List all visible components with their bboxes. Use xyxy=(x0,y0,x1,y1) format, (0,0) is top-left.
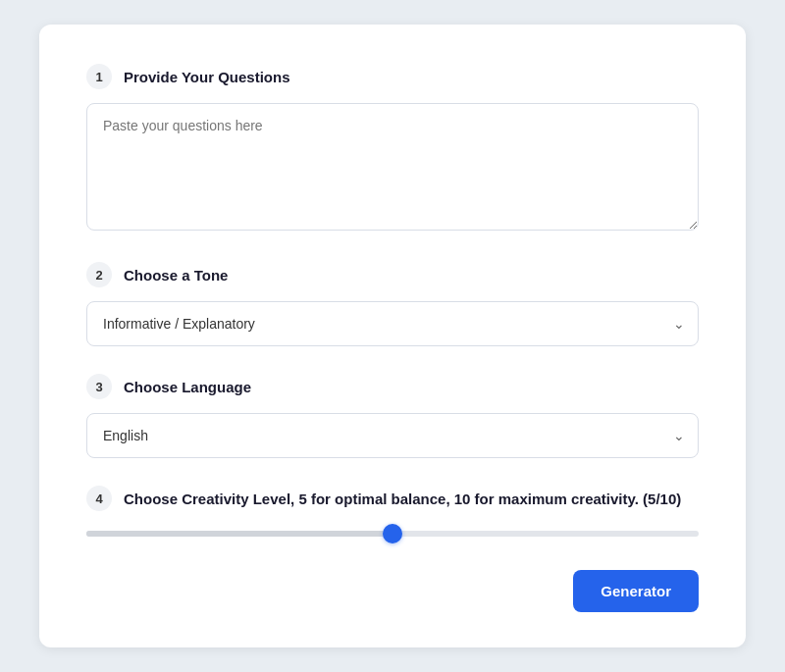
main-card: 1 Provide Your Questions 2 Choose a Tone… xyxy=(39,25,746,647)
section-title-3: Choose Language xyxy=(124,379,251,395)
step-number-4: 4 xyxy=(86,486,112,511)
slider-track xyxy=(86,531,699,537)
section-language: 3 Choose Language EnglishSpanishFrenchGe… xyxy=(86,374,699,458)
section-creativity: 4 Choose Creativity Level, 5 for optimal… xyxy=(86,486,699,543)
step-number-3: 3 xyxy=(86,374,112,399)
language-select-wrapper: EnglishSpanishFrenchGermanPortuguese ⌄ xyxy=(86,413,699,458)
section-header-4: 4 Choose Creativity Level, 5 for optimal… xyxy=(86,486,699,511)
section-title-4: Choose Creativity Level, 5 for optimal b… xyxy=(124,491,681,507)
questions-textarea[interactable] xyxy=(86,103,699,231)
section-header-1: 1 Provide Your Questions xyxy=(86,64,699,89)
section-header-3: 3 Choose Language xyxy=(86,374,699,399)
tone-select-wrapper: Informative / ExplanatoryPersuasiveConve… xyxy=(86,301,699,346)
creativity-slider-container xyxy=(86,525,699,543)
step-number-1: 1 xyxy=(86,64,112,89)
section-header-2: 2 Choose a Tone xyxy=(86,262,699,287)
footer: Generator xyxy=(86,570,699,612)
step-number-2: 2 xyxy=(86,262,112,287)
tone-select[interactable]: Informative / ExplanatoryPersuasiveConve… xyxy=(86,301,699,346)
section-title-1: Provide Your Questions xyxy=(124,69,289,85)
section-tone: 2 Choose a Tone Informative / Explanator… xyxy=(86,262,699,346)
generator-button[interactable]: Generator xyxy=(573,570,699,612)
section-title-2: Choose a Tone xyxy=(124,267,228,284)
section-questions: 1 Provide Your Questions xyxy=(86,64,699,234)
language-select[interactable]: EnglishSpanishFrenchGermanPortuguese xyxy=(86,413,699,458)
